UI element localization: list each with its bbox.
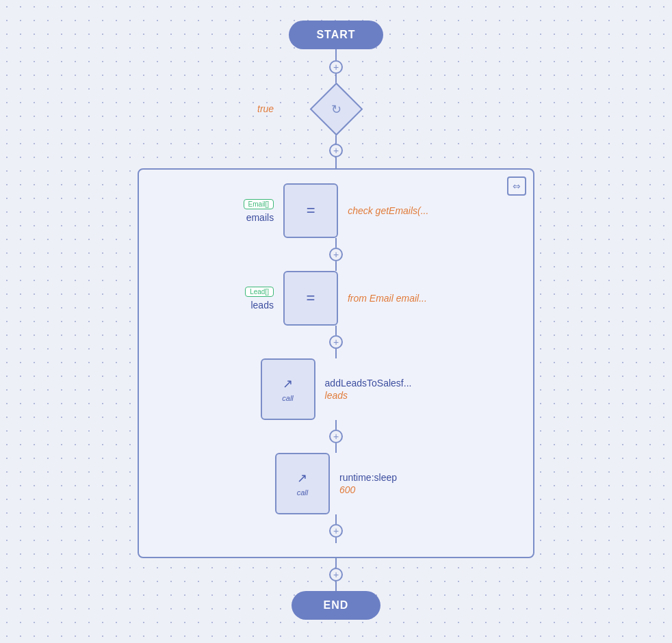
call2-func: runtime:sleep [339, 472, 397, 483]
connector-diamond-to-loop: + [329, 133, 343, 168]
add-button-3[interactable]: + [329, 248, 343, 261]
call1-node[interactable]: ↗ call [261, 358, 315, 420]
add-button-1[interactable]: + [329, 60, 343, 74]
call2-node[interactable]: ↗ call [275, 453, 330, 514]
start-node[interactable]: START [289, 21, 383, 49]
diamond-row: true ↻ [312, 85, 360, 133]
connector-emails-to-leads: + [329, 238, 343, 271]
loop-group: ⇔ Email[] emails = check getEmails(... + [138, 168, 534, 558]
call2-arg: 600 [339, 484, 397, 495]
line-5 [335, 238, 337, 248]
call2-info: runtime:sleep 600 [339, 472, 397, 495]
collapse-icon: ⇔ [513, 181, 521, 192]
emails-expr: check getEmails(... [348, 205, 428, 216]
leads-type-badge: Lead[] [245, 287, 274, 297]
line-4 [335, 157, 337, 168]
call1-info: addLeadsToSalesf... leads [325, 378, 412, 401]
emails-assign-node[interactable]: = [283, 183, 338, 238]
end-node[interactable]: END [292, 591, 380, 620]
true-label: true [257, 103, 274, 114]
emails-var-name: emails [246, 212, 274, 223]
emails-type-badge: Email[] [244, 199, 274, 209]
emails-assign-row: Email[] emails = check getEmails(... [244, 183, 429, 238]
start-label: START [316, 29, 355, 41]
loop-icon: ↻ [331, 101, 341, 116]
line-10 [335, 443, 337, 453]
call1-func: addLeadsToSalesf... [325, 378, 412, 389]
call2-icon: ↗ [297, 471, 307, 486]
call1-label: call [282, 394, 294, 402]
leads-var-name: leads [250, 300, 273, 311]
add-button-6[interactable]: + [329, 524, 343, 538]
leads-expr: from Email email... [348, 293, 427, 304]
diamond-shape: ↻ [309, 82, 363, 135]
line-6 [335, 261, 337, 271]
call2-row: ↗ call runtime:sleep 600 [275, 453, 397, 514]
line-9 [335, 420, 337, 430]
call1-row: ↗ call addLeadsToSalesf... leads [261, 358, 412, 420]
flow-canvas: START + true ↻ + [0, 0, 672, 643]
loop-diamond-node[interactable]: ↻ [312, 85, 360, 133]
connector-call1-to-call2: + [329, 420, 343, 453]
call2-label: call [297, 488, 309, 497]
end-label: END [324, 599, 349, 612]
add-button-7[interactable]: + [329, 568, 343, 581]
line-8 [335, 349, 337, 358]
add-button-4[interactable]: + [329, 335, 343, 349]
leads-assign-left: Lead[] leads [245, 287, 274, 311]
emails-assign-left: Email[] emails [244, 199, 274, 223]
call1-icon: ↗ [283, 376, 293, 391]
connector-start-to-diamond: + [329, 49, 343, 85]
connector-leads-to-call1: + [329, 326, 343, 358]
connector-end-of-loop: + [329, 514, 343, 543]
add-button-5[interactable]: + [329, 430, 343, 443]
line-1 [335, 49, 337, 60]
add-button-2[interactable]: + [329, 144, 343, 157]
collapse-button[interactable]: ⇔ [507, 176, 526, 196]
emails-op: = [307, 202, 315, 220]
leads-assign-node[interactable]: = [283, 271, 338, 326]
leads-op: = [307, 289, 315, 307]
line-11 [335, 514, 337, 524]
flow-wrapper: START + true ↻ + [96, 21, 576, 620]
call1-arg: leads [325, 390, 412, 401]
line-14 [335, 581, 337, 591]
line-7 [335, 326, 337, 335]
line-12 [335, 538, 337, 543]
connector-loop-to-end: + [329, 558, 343, 591]
line-13 [335, 558, 337, 568]
leads-assign-row: Lead[] leads = from Email email... [245, 271, 427, 326]
